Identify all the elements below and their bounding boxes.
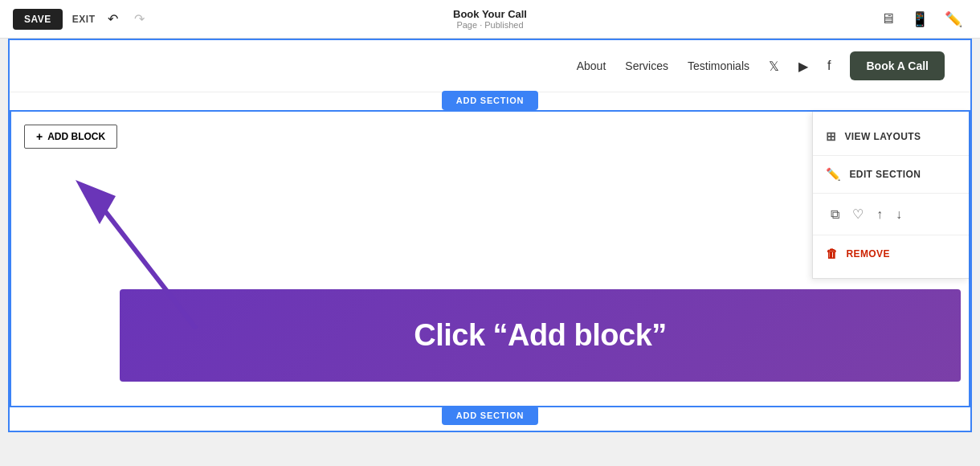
- right-panel: ⊞ VIEW LAYOUTS ✏️ EDIT SECTION ⧉ ♡ ↑ ↓ 🗑…: [812, 112, 969, 279]
- preview-area: About Services Testimonials 𝕏 ▶ f Book A…: [8, 39, 972, 432]
- plus-icon: +: [36, 130, 43, 143]
- panel-divider-1: [813, 155, 969, 156]
- edit-section-item[interactable]: ✏️ EDIT SECTION: [813, 159, 969, 190]
- youtube-icon[interactable]: ▶: [798, 59, 808, 74]
- toolbar: SAVE EXIT ↶ ↷ Book Your Call Page · Publ…: [0, 0, 980, 39]
- remove-item[interactable]: 🗑 REMOVE: [813, 239, 969, 268]
- panel-divider-2: [813, 193, 969, 194]
- trash-icon: 🗑: [826, 247, 838, 260]
- nav-about[interactable]: About: [577, 59, 606, 72]
- page-status: Page · Published: [453, 20, 527, 30]
- nav-bar: About Services Testimonials 𝕏 ▶ f Book A…: [10, 40, 970, 92]
- desktop-icon[interactable]: 🖥: [876, 7, 900, 31]
- panel-divider-3: [813, 235, 969, 235]
- purple-banner: Click “Add block”: [120, 289, 961, 382]
- add-section-top-bar: ADD SECTION: [10, 92, 970, 110]
- favorite-button[interactable]: ♡: [847, 203, 868, 225]
- add-section-top-button[interactable]: ADD SECTION: [442, 91, 539, 110]
- view-layouts-item[interactable]: ⊞ VIEW LAYOUTS: [813, 121, 969, 152]
- nav-services[interactable]: Services: [625, 59, 668, 72]
- remove-label: REMOVE: [846, 248, 889, 260]
- edit-section-label: EDIT SECTION: [849, 169, 921, 180]
- save-button[interactable]: SAVE: [13, 9, 63, 30]
- undo-button[interactable]: ↶: [104, 8, 121, 30]
- view-layouts-label: VIEW LAYOUTS: [844, 131, 921, 142]
- layout-icon: ⊞: [826, 129, 836, 144]
- page-title: Book Your Call: [453, 8, 527, 20]
- page-info: Book Your Call Page · Published: [453, 8, 527, 30]
- duplicate-button[interactable]: ⧉: [826, 204, 844, 225]
- add-block-button[interactable]: + ADD BLOCK: [24, 125, 117, 149]
- tablet-icon[interactable]: 📱: [906, 7, 933, 31]
- move-down-button[interactable]: ↓: [891, 204, 907, 225]
- svg-marker-1: [76, 180, 116, 224]
- exit-button[interactable]: EXIT: [72, 14, 96, 25]
- add-block-label: ADD BLOCK: [47, 131, 105, 142]
- pen-icon[interactable]: ✏️: [940, 7, 967, 31]
- x-icon[interactable]: 𝕏: [769, 59, 779, 74]
- edit-icon: ✏️: [826, 167, 841, 182]
- nav-testimonials[interactable]: Testimonials: [688, 59, 749, 72]
- content-section: + ADD BLOCK ⊞ VIEW LAYOUTS ✏️ EDIT SECTI…: [10, 110, 970, 407]
- panel-icons-row: ⧉ ♡ ↑ ↓: [813, 197, 969, 231]
- toolbar-right: 🖥 📱 ✏️: [876, 7, 967, 31]
- add-section-bottom-bar: ADD SECTION: [10, 407, 970, 425]
- add-section-bottom-button[interactable]: ADD SECTION: [442, 406, 539, 425]
- banner-text: Click “Add block”: [414, 318, 667, 353]
- move-up-button[interactable]: ↑: [872, 204, 888, 225]
- book-call-button[interactable]: Book A Call: [850, 51, 945, 80]
- facebook-icon[interactable]: f: [827, 59, 831, 73]
- redo-button[interactable]: ↷: [131, 8, 148, 30]
